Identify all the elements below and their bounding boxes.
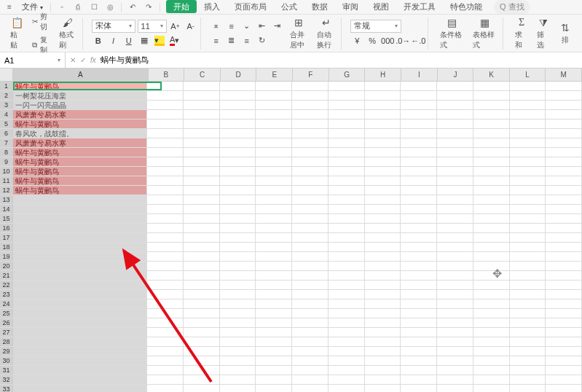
cell-J29[interactable] bbox=[437, 347, 473, 356]
cell-B6[interactable] bbox=[147, 129, 184, 138]
cell-F7[interactable] bbox=[292, 138, 329, 148]
row-header-13[interactable]: 13 bbox=[0, 195, 13, 205]
cell-C6[interactable] bbox=[184, 129, 220, 138]
cell-H16[interactable] bbox=[365, 224, 401, 233]
cell-K13[interactable] bbox=[473, 195, 510, 205]
cell-K31[interactable] bbox=[473, 366, 510, 375]
cell-E20[interactable] bbox=[256, 262, 292, 271]
cell-M17[interactable] bbox=[546, 233, 582, 243]
cell-B22[interactable] bbox=[147, 281, 184, 290]
cell-A17[interactable] bbox=[13, 233, 147, 243]
col-header-G[interactable]: G bbox=[329, 68, 366, 82]
cell-H5[interactable] bbox=[365, 119, 401, 129]
cell-K2[interactable] bbox=[473, 91, 510, 101]
tab-0[interactable]: 开始 bbox=[166, 0, 197, 13]
row-header-9[interactable]: 9 bbox=[0, 157, 13, 167]
cell-F27[interactable] bbox=[292, 328, 329, 337]
cell-J22[interactable] bbox=[437, 281, 473, 290]
cell-F6[interactable] bbox=[292, 129, 329, 138]
cell-J2[interactable] bbox=[437, 91, 473, 101]
cell-A30[interactable] bbox=[13, 356, 147, 366]
cell-M13[interactable] bbox=[546, 195, 582, 205]
cell-B8[interactable] bbox=[147, 148, 184, 157]
cell-L30[interactable] bbox=[510, 356, 546, 366]
cell-H20[interactable] bbox=[365, 262, 401, 271]
cell-A20[interactable] bbox=[13, 262, 147, 271]
cell-B30[interactable] bbox=[147, 356, 184, 366]
row-header-18[interactable]: 18 bbox=[0, 243, 13, 252]
cell-G27[interactable] bbox=[329, 328, 365, 337]
cell-M21[interactable] bbox=[546, 271, 582, 281]
cell-E3[interactable] bbox=[256, 101, 292, 110]
cell-C10[interactable] bbox=[184, 167, 220, 176]
row-header-8[interactable]: 8 bbox=[0, 148, 13, 157]
cell-A3[interactable]: 一闪一闪亮晶晶 bbox=[13, 101, 147, 110]
select-all-corner[interactable] bbox=[0, 68, 13, 82]
cell-M27[interactable] bbox=[546, 328, 582, 337]
cell-G31[interactable] bbox=[329, 366, 365, 375]
cell-M7[interactable] bbox=[546, 138, 582, 148]
cell-G20[interactable] bbox=[329, 262, 365, 271]
tab-7[interactable]: 开发工具 bbox=[396, 0, 443, 13]
cell-H26[interactable] bbox=[365, 318, 401, 328]
autosum-button[interactable]: Σ 求和 bbox=[512, 15, 531, 52]
cell-A6[interactable]: 春风吹，战鼓擂。 bbox=[13, 129, 147, 138]
cell-L9[interactable] bbox=[510, 157, 546, 167]
cell-I9[interactable] bbox=[401, 157, 437, 167]
cell-F15[interactable] bbox=[292, 214, 329, 224]
col-header-H[interactable]: H bbox=[365, 68, 401, 82]
row-header-23[interactable]: 23 bbox=[0, 290, 13, 299]
underline-icon[interactable]: U bbox=[122, 34, 135, 47]
align-top-icon[interactable]: ⌅ bbox=[210, 20, 223, 33]
cell-K15[interactable] bbox=[473, 214, 510, 224]
cell-M16[interactable] bbox=[546, 224, 582, 233]
cell-F18[interactable] bbox=[292, 243, 329, 252]
cell-K18[interactable] bbox=[473, 243, 510, 252]
cell-J13[interactable] bbox=[437, 195, 473, 205]
cell-B20[interactable] bbox=[147, 262, 184, 271]
cell-C17[interactable] bbox=[184, 233, 220, 243]
cell-F19[interactable] bbox=[292, 252, 329, 262]
cell-L25[interactable] bbox=[510, 309, 546, 318]
cell-M5[interactable] bbox=[546, 119, 582, 129]
col-header-I[interactable]: I bbox=[401, 68, 438, 82]
inc-decimal-icon[interactable]: .0→ bbox=[396, 34, 409, 47]
cell-E8[interactable] bbox=[256, 148, 292, 157]
wrap-text-button[interactable]: ↵ 自动换行 bbox=[314, 15, 338, 52]
cell-H4[interactable] bbox=[365, 110, 401, 119]
cell-J12[interactable] bbox=[437, 186, 473, 195]
cell-G28[interactable] bbox=[329, 337, 365, 347]
cell-C7[interactable] bbox=[184, 138, 220, 148]
cell-I11[interactable] bbox=[401, 176, 437, 186]
tab-1[interactable]: 插入 bbox=[197, 0, 227, 13]
cell-L3[interactable] bbox=[510, 101, 546, 110]
cell-H15[interactable] bbox=[365, 214, 401, 224]
filter-button[interactable]: ⧩ 筛选 bbox=[534, 15, 553, 52]
cell-E18[interactable] bbox=[256, 243, 292, 252]
cell-J17[interactable] bbox=[437, 233, 473, 243]
cell-B24[interactable] bbox=[147, 299, 184, 309]
cell-G11[interactable] bbox=[329, 176, 365, 186]
cell-C2[interactable] bbox=[184, 91, 220, 101]
cell-M32[interactable] bbox=[546, 375, 582, 385]
cell-E31[interactable] bbox=[256, 366, 292, 375]
row-header-11[interactable]: 11 bbox=[0, 176, 13, 186]
cell-C33[interactable] bbox=[184, 385, 220, 392]
cell-K24[interactable] bbox=[473, 299, 510, 309]
cell-J11[interactable] bbox=[437, 176, 473, 186]
cell-L5[interactable] bbox=[510, 119, 546, 129]
cell-D7[interactable] bbox=[220, 138, 256, 148]
cell-M11[interactable] bbox=[546, 176, 582, 186]
menu-icon[interactable]: ≡ bbox=[4, 2, 15, 12]
cell-K20[interactable] bbox=[473, 262, 510, 271]
cell-D18[interactable] bbox=[220, 243, 256, 252]
cell-D9[interactable] bbox=[220, 157, 256, 167]
row-header-27[interactable]: 27 bbox=[0, 328, 13, 337]
cell-D33[interactable] bbox=[220, 385, 256, 392]
cell-I7[interactable] bbox=[401, 138, 437, 148]
cell-K23[interactable] bbox=[473, 290, 510, 299]
cell-G4[interactable] bbox=[329, 110, 365, 119]
row-header-15[interactable]: 15 bbox=[0, 214, 13, 224]
cell-E23[interactable] bbox=[256, 290, 292, 299]
cell-L20[interactable] bbox=[510, 262, 546, 271]
